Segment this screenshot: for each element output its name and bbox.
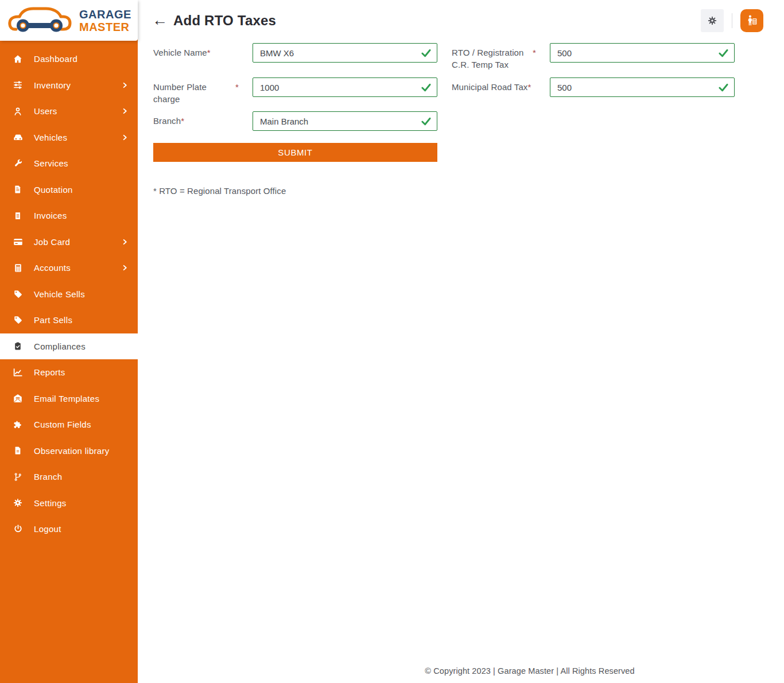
sidebar-item-quotation[interactable]: Quotation (0, 177, 138, 203)
sidebar-item-logout[interactable]: Logout (0, 516, 138, 542)
sidebar-item-accounts[interactable]: Accounts (0, 255, 138, 281)
home-icon (12, 53, 24, 65)
sidebar-item-compliances[interactable]: Compliances (0, 333, 138, 360)
file-invoice-icon (12, 184, 24, 195)
brand-name: GARAGE MASTER (79, 8, 131, 33)
wrench-icon (12, 158, 24, 169)
valid-check-icon (421, 116, 432, 127)
topbar-divider (732, 13, 732, 28)
required-star: * (527, 82, 531, 92)
valid-check-icon (421, 48, 432, 59)
sidebar-item-reports[interactable]: Reports (0, 359, 138, 386)
number-plate-charge-input[interactable] (253, 77, 437, 97)
number-plate-charge-label: Number Plate charge * (153, 77, 253, 105)
sidebar-item-users[interactable]: Users (0, 98, 138, 125)
required-star: * (235, 81, 239, 93)
branch-label: Branch* (153, 111, 253, 131)
chevron-right-icon (122, 134, 129, 141)
field-municipal-road-tax: Municipal Road Tax* (452, 77, 735, 97)
valid-check-icon (718, 48, 729, 59)
user-icon (12, 106, 24, 117)
required-star: * (181, 116, 184, 126)
sidebar-item-observation-library[interactable]: Observation library (0, 438, 138, 464)
municipal-road-tax-label: Municipal Road Tax* (452, 77, 550, 97)
municipal-road-tax-input[interactable] (550, 77, 735, 97)
chart-line-icon (12, 367, 24, 378)
field-number-plate-charge: Number Plate charge * (153, 77, 437, 105)
chevron-right-icon (122, 238, 129, 245)
sidebar: GARAGE MASTER Dashboard Inventory (0, 0, 138, 683)
file-icon (12, 445, 24, 456)
calculator-icon (12, 262, 24, 274)
valid-check-icon (718, 82, 729, 93)
settings-gear-button[interactable] (701, 9, 724, 32)
page-title: Add RTO Taxes (173, 13, 276, 29)
sidebar-item-email-templates[interactable]: Email Templates (0, 386, 138, 412)
sidebar-item-inventory[interactable]: Inventory (0, 72, 138, 99)
gear-icon (707, 15, 718, 26)
sliders-icon (12, 79, 24, 91)
sidebar-item-vehicle-sells[interactable]: Vehicle Sells (0, 281, 138, 308)
field-vehicle-name: Vehicle Name* (153, 43, 437, 63)
sidebar-item-settings[interactable]: Settings (0, 490, 138, 517)
sidebar-item-job-card[interactable]: Job Card (0, 229, 138, 255)
tag-icon (12, 288, 24, 300)
chevron-right-icon (122, 265, 129, 271)
puzzle-piece-icon (12, 419, 24, 430)
branch-input[interactable] (253, 111, 437, 131)
person-calculator-icon (746, 14, 759, 27)
sidebar-item-branch[interactable]: Branch (0, 464, 138, 490)
gear-icon (12, 497, 24, 509)
vehicle-name-input[interactable] (253, 43, 437, 63)
required-star: * (207, 48, 211, 57)
field-branch: Branch* (153, 111, 437, 131)
brand-logo[interactable]: GARAGE MASTER (0, 0, 138, 41)
tag-icon (12, 315, 24, 326)
back-arrow-icon[interactable]: ← (152, 13, 168, 28)
clipboard-check-icon (12, 340, 24, 352)
code-branch-icon (12, 471, 24, 483)
rto-temp-tax-input[interactable] (550, 43, 735, 63)
chevron-right-icon (122, 82, 129, 88)
receipt-icon (12, 210, 24, 222)
valid-check-icon (421, 82, 432, 93)
sidebar-nav: Dashboard Inventory (0, 41, 138, 542)
account-compliance-button[interactable] (740, 9, 763, 32)
field-rto-temp-tax: RTO / Registration C.R. Temp Tax * (452, 43, 735, 71)
sidebar-item-vehicles[interactable]: Vehicles (0, 125, 138, 151)
car-wrench-logo-icon (6, 4, 78, 37)
sidebar-item-services[interactable]: Services (0, 150, 138, 177)
topbar: ← Add RTO Taxes (138, 0, 784, 41)
id-card-icon (12, 236, 24, 247)
sidebar-item-dashboard[interactable]: Dashboard (0, 46, 138, 72)
sidebar-item-part-sells[interactable]: Part Sells (0, 307, 138, 333)
envelope-open-icon (12, 393, 24, 404)
vehicle-name-label: Vehicle Name* (153, 43, 253, 63)
sidebar-item-custom-fields[interactable]: Custom Fields (0, 412, 138, 438)
required-star: * (533, 46, 536, 59)
main-content: ← Add RTO Taxes (138, 0, 784, 683)
sidebar-item-invoices[interactable]: Invoices (0, 203, 138, 229)
copyright-footer: © Copyright 2023 | Garage Master | All R… (275, 666, 784, 676)
rto-footnote: * RTO = Regional Transport Office (153, 186, 784, 196)
add-rto-taxes-form: Vehicle Name* RTO / Registration C.R. Te… (138, 41, 784, 196)
submit-button[interactable]: SUBMIT (153, 143, 437, 162)
rto-temp-tax-label: RTO / Registration C.R. Temp Tax * (452, 43, 550, 71)
chevron-right-icon (122, 108, 129, 115)
power-icon (12, 523, 24, 535)
car-icon (12, 131, 24, 143)
